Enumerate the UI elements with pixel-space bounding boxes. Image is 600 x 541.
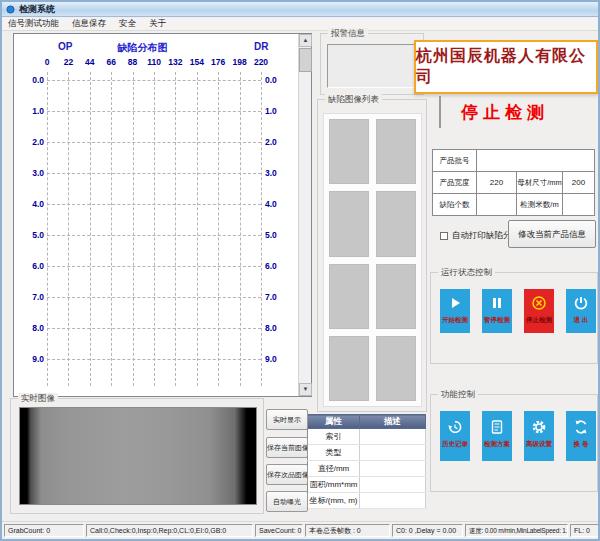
defect-count-value[interactable] <box>477 194 517 216</box>
title-bar[interactable]: 检测系统 <box>2 2 598 17</box>
chart-scrollbar[interactable]: ▲ ▼ <box>298 34 311 396</box>
x-tick-label: 110 <box>147 57 161 67</box>
material-value[interactable]: 200 <box>563 172 595 194</box>
defect-thumbnail[interactable] <box>376 191 416 256</box>
grid-vline <box>47 72 48 386</box>
grid-hline <box>47 235 261 236</box>
y-tick-label-right: 9.0 <box>265 354 291 364</box>
stop-detection-button[interactable]: 停止检测 <box>524 289 554 333</box>
detection-plan-button[interactable]: 检测方案 <box>482 411 512 461</box>
pause-icon <box>489 295 505 311</box>
x-tick-label: 132 <box>168 57 182 67</box>
start-detection-button[interactable]: 开始检测 <box>440 289 470 333</box>
desc-cell <box>360 461 426 477</box>
menu-about[interactable]: 关于 <box>149 18 166 30</box>
width-label: 产品宽度 <box>433 172 477 194</box>
y-tick-label-left: 5.0 <box>18 230 44 240</box>
company-banner: 杭州国辰机器人有限公司 <box>414 40 598 94</box>
grid-vline <box>197 72 198 386</box>
attr-cell: 直径/mm <box>308 461 360 477</box>
attr-cell: 索引 <box>308 429 360 445</box>
grid-vline <box>261 72 262 386</box>
grid-vline <box>218 72 219 386</box>
x-tick-label: 176 <box>211 57 225 67</box>
menu-info-save[interactable]: 信息保存 <box>72 18 106 30</box>
defect-thumbnail[interactable] <box>329 264 369 329</box>
grid-vline <box>111 72 112 386</box>
exit-label: 退 出 <box>574 316 589 325</box>
chart-plot <box>47 72 261 386</box>
alarm-info-label: 报警信息 <box>328 28 368 40</box>
status-counters: Call:0,Check:0,Insp:0,Rep:0,CL:0,EI:0,GB… <box>86 524 253 537</box>
defect-thumbnail[interactable] <box>329 336 369 401</box>
circle-x-icon <box>531 295 547 311</box>
table-row: 直径/mm <box>308 461 426 477</box>
grid-hline <box>47 359 261 360</box>
scrollbar-thumb[interactable] <box>299 48 312 72</box>
status-fl: FL: 0 <box>570 524 599 537</box>
defect-thumbnail[interactable] <box>376 336 416 401</box>
advanced-settings-button[interactable]: 高级设置 <box>524 411 554 461</box>
function-control-buttons: 历史记录 检测方案 高级设置 换 卷 <box>440 411 596 461</box>
y-tick-label-left: 6.0 <box>18 261 44 271</box>
menu-signal-test[interactable]: 信号测试功能 <box>8 18 59 30</box>
x-tick-label: 198 <box>233 57 247 67</box>
defect-thumbnail[interactable] <box>329 119 369 184</box>
y-tick-label-left: 9.0 <box>18 354 44 364</box>
grid-vline <box>90 72 91 386</box>
auto-print-checkbox[interactable] <box>440 232 448 240</box>
start-detection-label: 开始检测 <box>442 316 468 325</box>
meters-label: 检测米数/m <box>517 194 563 216</box>
run-status-text: 停止检测 <box>461 101 549 124</box>
y-tick-label-right: 1.0 <box>265 106 291 116</box>
change-roll-button[interactable]: 换 卷 <box>566 411 596 461</box>
status-bar: GrabCount: 0 Call:0,Check:0,Insp:0,Rep:0… <box>2 521 598 538</box>
exit-button[interactable]: 退 出 <box>566 289 596 333</box>
y-tick-label-left: 3.0 <box>18 168 44 178</box>
defect-image-list-group: 缺陷图像列表 <box>317 99 427 412</box>
save-current-image-button[interactable]: 保存当前图像 <box>266 437 308 458</box>
attribute-table: 属性 描述 索引 类型 直径/mm 面积/mm*mm 坐标/(mm, m) <box>307 414 426 509</box>
defect-thumbnail[interactable] <box>329 191 369 256</box>
defect-thumbnail[interactable] <box>376 264 416 329</box>
attr-header: 属性 <box>308 415 360 429</box>
width-value[interactable]: 220 <box>477 172 517 194</box>
function-control-group: 功能控制 历史记录 检测方案 高级设置 换 卷 <box>430 394 598 492</box>
save-defect-image-button[interactable]: 保存次品图像 <box>266 464 308 485</box>
pause-detection-button[interactable]: 暂停检测 <box>482 289 512 333</box>
table-row: 类型 <box>308 445 426 461</box>
desc-cell <box>360 493 426 509</box>
power-icon <box>573 295 589 311</box>
batch-value[interactable] <box>477 150 595 172</box>
scroll-up-icon[interactable]: ▲ <box>299 34 312 47</box>
run-control-buttons: 开始检测 暂停检测 停止检测 退 出 <box>440 289 596 333</box>
defect-count-label: 缺陷个数 <box>433 194 477 216</box>
chart-right-axis-label: DR <box>254 41 268 52</box>
live-display-button[interactable]: 实时显示 <box>266 409 308 430</box>
gear-icon <box>531 419 547 435</box>
attr-cell: 坐标/(mm, m) <box>308 493 360 509</box>
history-button[interactable]: 历史记录 <box>440 411 470 461</box>
scroll-down-icon[interactable]: ▼ <box>299 383 312 396</box>
grid-hline <box>47 173 261 174</box>
x-tick-label: 88 <box>128 57 137 67</box>
menu-security[interactable]: 安全 <box>119 18 136 30</box>
grid-hline <box>47 297 261 298</box>
y-tick-label-left: 0.0 <box>18 75 44 85</box>
defect-thumbnail[interactable] <box>376 119 416 184</box>
modify-product-button[interactable]: 修改当前产品信息 <box>508 220 596 248</box>
grid-hline <box>47 328 261 329</box>
auto-exposure-button[interactable]: 自动曝光 <box>266 491 308 512</box>
detection-plan-label: 检测方案 <box>484 440 510 449</box>
y-tick-label-right: 0.0 <box>265 75 291 85</box>
function-control-label: 功能控制 <box>438 389 478 401</box>
meters-value[interactable] <box>563 194 595 216</box>
x-tick-label: 0 <box>45 57 50 67</box>
y-tick-label-left: 1.0 <box>18 106 44 116</box>
y-tick-label-left: 8.0 <box>18 323 44 333</box>
desc-cell <box>360 445 426 461</box>
change-roll-label: 换 卷 <box>574 440 589 449</box>
status-save-count: SaveCount: 0 <box>255 524 303 537</box>
menu-bar: 信号测试功能 信息保存 安全 关于 <box>2 18 598 31</box>
batch-label: 产品批号 <box>433 150 477 172</box>
